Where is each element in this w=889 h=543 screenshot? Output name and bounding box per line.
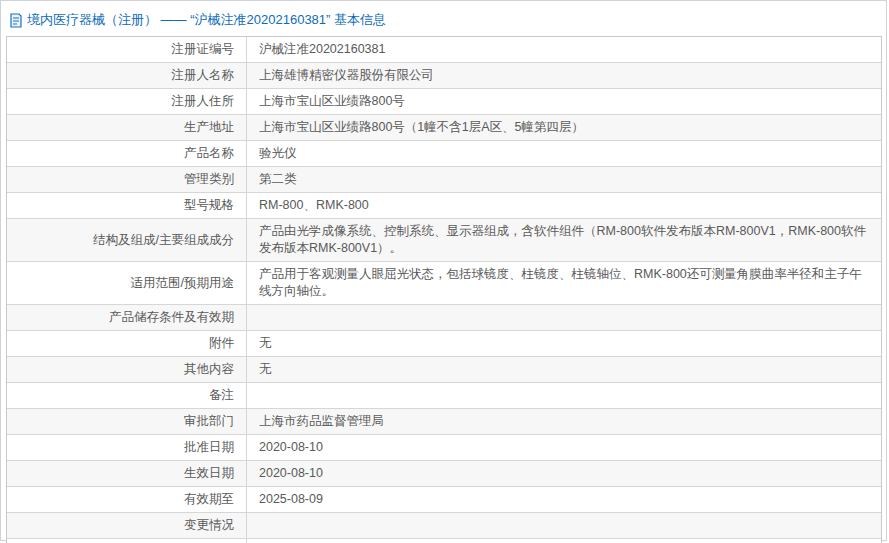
- row-label: 审批部门: [7, 409, 247, 434]
- document-icon: [10, 13, 22, 28]
- table-row: 有效期至2025-08-09: [7, 487, 881, 513]
- info-table: 注册证编号沪械注准20202160381注册人名称上海雄博精密仪器股份有限公司注…: [6, 36, 882, 543]
- table-row: 其他内容无: [7, 357, 881, 383]
- row-label: 生产地址: [7, 115, 247, 140]
- row-label: 批准日期: [7, 435, 247, 460]
- row-value: 第二类: [247, 167, 881, 192]
- row-label: 注册人名称: [7, 63, 247, 88]
- table-row: 审批部门上海市药品监督管理局: [7, 409, 881, 435]
- table-row: 注详情: [7, 539, 881, 543]
- info-table-body: 注册证编号沪械注准20202160381注册人名称上海雄博精密仪器股份有限公司注…: [7, 37, 881, 543]
- row-label: 其他内容: [7, 357, 247, 382]
- table-row: 产品储存条件及有效期: [7, 305, 881, 331]
- row-value: 验光仪: [247, 141, 881, 166]
- row-value: 上海雄博精密仪器股份有限公司: [247, 63, 881, 88]
- row-value: [247, 305, 881, 330]
- table-row: 型号规格RM-800、RMK-800: [7, 193, 881, 219]
- row-label: 适用范围/预期用途: [7, 262, 247, 304]
- registration-info-panel: 境内医疗器械（注册） —— “沪械注准20202160381” 基本信息 注册证…: [0, 0, 887, 541]
- row-label: 注: [7, 539, 247, 543]
- page-header: 境内医疗器械（注册） —— “沪械注准20202160381” 基本信息: [6, 6, 880, 36]
- row-label: 管理类别: [7, 167, 247, 192]
- table-row: 注册人名称上海雄博精密仪器股份有限公司: [7, 63, 881, 89]
- row-label: 注册证编号: [7, 37, 247, 62]
- table-row: 生效日期2020-08-10: [7, 461, 881, 487]
- page-title: 境内医疗器械（注册） —— “沪械注准20202160381” 基本信息: [27, 11, 386, 29]
- table-row: 管理类别第二类: [7, 167, 881, 193]
- row-label: 注册人住所: [7, 89, 247, 114]
- row-label: 结构及组成/主要组成成分: [7, 219, 247, 261]
- row-value: RM-800、RMK-800: [247, 193, 881, 218]
- row-value: 上海市药品监督管理局: [247, 409, 881, 434]
- table-row: 变更情况: [7, 513, 881, 539]
- table-row: 生产地址上海市宝山区业绩路800号（1幢不含1层A区、5幢第四层）: [7, 115, 881, 141]
- row-value: 无: [247, 357, 881, 382]
- row-value: 上海市宝山区业绩路800号: [247, 89, 881, 114]
- table-row: 备注: [7, 383, 881, 409]
- row-value: 详情: [247, 539, 881, 543]
- row-label: 有效期至: [7, 487, 247, 512]
- row-value: 2020-08-10: [247, 435, 881, 460]
- row-value: 产品用于客观测量人眼屈光状态，包括球镜度、柱镜度、柱镜轴位、RMK-800还可测…: [247, 262, 881, 304]
- table-row: 注册人住所上海市宝山区业绩路800号: [7, 89, 881, 115]
- table-row: 产品名称验光仪: [7, 141, 881, 167]
- row-value: [247, 383, 881, 408]
- table-row: 注册证编号沪械注准20202160381: [7, 37, 881, 63]
- row-label: 产品名称: [7, 141, 247, 166]
- row-value: 无: [247, 331, 881, 356]
- table-row: 批准日期2020-08-10: [7, 435, 881, 461]
- table-row: 适用范围/预期用途产品用于客观测量人眼屈光状态，包括球镜度、柱镜度、柱镜轴位、R…: [7, 262, 881, 305]
- row-value: 上海市宝山区业绩路800号（1幢不含1层A区、5幢第四层）: [247, 115, 881, 140]
- row-label: 产品储存条件及有效期: [7, 305, 247, 330]
- row-label: 型号规格: [7, 193, 247, 218]
- row-value: 沪械注准20202160381: [247, 37, 881, 62]
- row-label: 变更情况: [7, 513, 247, 538]
- row-value: 产品由光学成像系统、控制系统、显示器组成，含软件组件（RM-800软件发布版本R…: [247, 219, 881, 261]
- row-value: [247, 513, 881, 538]
- row-value: 2020-08-10: [247, 461, 881, 486]
- row-label: 备注: [7, 383, 247, 408]
- table-row: 附件无: [7, 331, 881, 357]
- row-label: 附件: [7, 331, 247, 356]
- row-label: 生效日期: [7, 461, 247, 486]
- table-row: 结构及组成/主要组成成分产品由光学成像系统、控制系统、显示器组成，含软件组件（R…: [7, 219, 881, 262]
- row-value: 2025-08-09: [247, 487, 881, 512]
